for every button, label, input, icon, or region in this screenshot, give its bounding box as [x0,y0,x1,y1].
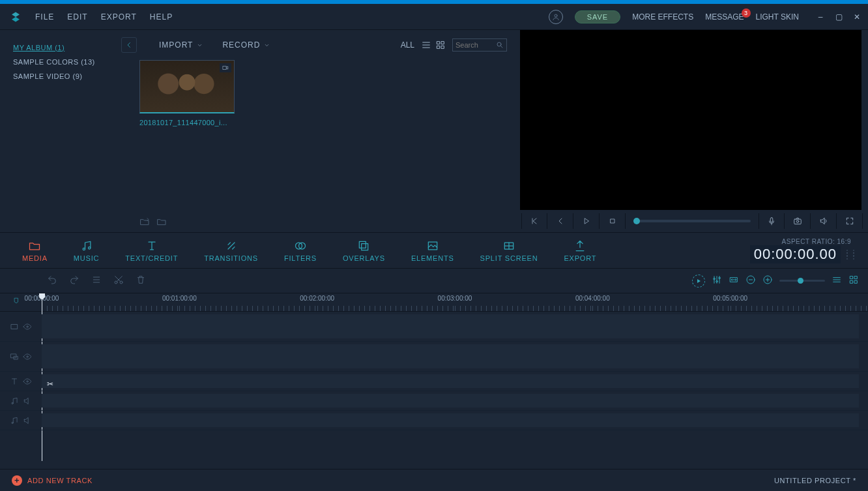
track-body[interactable] [42,314,859,338]
import-dropdown[interactable]: IMPORT [159,40,203,50]
menu-file[interactable]: FILE [35,12,54,22]
folder-icon[interactable] [156,216,167,229]
stop-button[interactable] [600,213,626,229]
menu-edit[interactable]: EDIT [67,12,87,22]
tab-transitions[interactable]: TRANSITIONS [191,239,271,262]
tab-text[interactable]: TEXT/CREDIT [112,239,191,262]
tab-filters[interactable]: FILTERS [271,239,330,262]
preview-slider[interactable] [633,220,751,222]
chevron-down-icon [197,42,203,48]
tab-split-screen[interactable]: SPLIT SCREEN [467,239,551,262]
library-toolbar: IMPORT RECORD ALL [130,30,516,60]
track-head[interactable] [0,391,42,410]
add-track-button[interactable]: + ADD NEW TRACK [12,475,93,486]
media-thumbnail[interactable]: 20181017_111447000_i... [139,60,235,126]
sidebar-item-sample-colors[interactable]: SAMPLE COLORS (13) [13,55,125,69]
sidebar-item-sample-video[interactable]: SAMPLE VIDEO (9) [13,69,125,83]
step-back-button[interactable] [547,213,573,229]
track-head[interactable] [0,342,42,371]
track-head[interactable] [0,411,42,430]
eye-icon[interactable] [23,377,32,386]
video-track-1[interactable] [0,312,868,342]
track-body[interactable] [42,394,859,408]
marker-icon[interactable] [13,296,20,308]
message-link[interactable]: MESSAGE 3 [705,12,744,22]
video-track-icon [10,322,19,331]
sidebar-item-my-album[interactable]: MY ALBUM (1) [13,40,125,55]
track-head[interactable] [0,372,42,391]
tick-label: 00:04:00:00 [575,295,610,302]
text-icon [145,239,158,253]
tab-overlays[interactable]: OVERLAYS [330,239,398,262]
tab-export[interactable]: EXPORT [551,239,609,262]
snapshot-icon[interactable] [785,213,811,229]
user-icon[interactable] [549,10,563,24]
speaker-icon[interactable] [23,416,32,425]
play-button[interactable] [573,213,600,229]
redo-icon[interactable] [69,275,80,287]
zoom-out-icon[interactable] [745,275,756,287]
zoom-slider[interactable] [779,280,825,282]
plus-icon: + [12,475,22,486]
eye-icon[interactable] [23,352,32,361]
mixer-icon[interactable] [712,275,722,287]
cut-icon[interactable] [113,275,124,287]
light-skin-link[interactable]: LIGHT SKIN [756,12,799,22]
fullscreen-icon[interactable] [837,213,863,229]
prev-frame-button[interactable] [521,213,547,229]
search-field[interactable] [456,41,496,49]
svg-point-5 [497,42,501,46]
track-head[interactable] [0,312,42,341]
render-button[interactable] [692,275,705,288]
audio-track-1[interactable] [0,391,868,411]
save-button[interactable]: SAVE [575,10,621,23]
maximize-button[interactable]: ▢ [833,12,845,22]
thumbnail-image [139,60,235,113]
svg-rect-15 [360,241,366,248]
fit-icon[interactable] [729,275,739,287]
record-dropdown[interactable]: RECORD [222,40,270,50]
track-body[interactable] [42,374,859,388]
module-tabs: MEDIA MUSIC TEXT/CREDIT TRANSITIONS FILT… [0,232,868,269]
voiceover-icon[interactable] [759,213,785,229]
more-effects-link[interactable]: MORE EFFECTS [632,12,693,22]
menu-help[interactable]: HELP [150,12,173,22]
volume-icon[interactable] [811,213,837,229]
tick-label: 00:03:00:00 [438,295,472,302]
audio-track-2[interactable] [0,411,868,430]
preview-controls [516,210,868,232]
list-icon[interactable] [91,275,102,287]
undo-icon[interactable] [47,275,57,287]
search-input[interactable] [452,38,507,52]
back-button[interactable] [121,37,137,53]
grid-view-icon[interactable] [435,40,446,50]
svg-point-35 [27,355,28,357]
video-badge-icon [220,63,231,72]
timeline-ruler[interactable]: 00:00:00:00 00:01:00:00 00:02:00:00 00:0… [0,293,868,312]
track-body[interactable] [42,413,859,427]
pip-track[interactable] [0,342,868,372]
svg-rect-31 [11,324,17,329]
list-view-icon[interactable] [421,40,431,50]
menu-export[interactable]: EXPORT [101,12,137,22]
track-body[interactable] [42,344,859,368]
tab-elements[interactable]: ELEMENTS [398,239,467,262]
svg-rect-3 [437,46,440,48]
grip-icon[interactable]: ⋮⋮⋮⋮ [843,252,851,257]
grid-icon[interactable] [848,275,859,287]
transitions-icon [225,239,238,253]
new-folder-icon[interactable] [139,216,150,229]
tab-media[interactable]: MEDIA [9,239,61,262]
text-track[interactable] [0,372,868,391]
delete-icon[interactable] [136,275,146,287]
tab-music[interactable]: MUSIC [61,239,112,262]
svg-point-10 [796,220,799,223]
minimize-button[interactable]: – [815,12,826,22]
menu-icon[interactable] [832,275,842,287]
speaker-icon[interactable] [23,396,32,406]
library-sidebar: MY ALBUM (1) SAMPLE COLORS (13) SAMPLE V… [0,30,130,232]
eye-icon[interactable] [23,322,32,331]
close-button[interactable]: ✕ [851,12,863,22]
zoom-in-icon[interactable] [762,275,773,287]
scissors-icon[interactable]: ✂ [47,379,53,389]
